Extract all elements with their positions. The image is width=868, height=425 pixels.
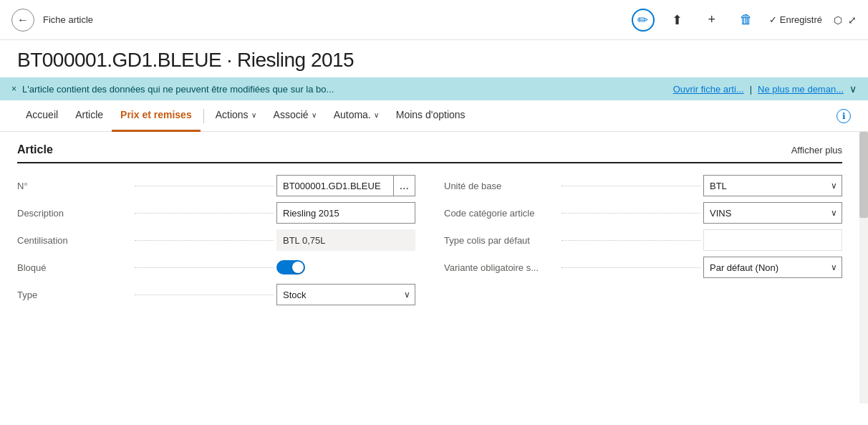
info-button[interactable]: ℹ [836,109,851,123]
banner-link-open[interactable]: Ouvrir fiche arti... [673,84,744,95]
banner-expand-icon[interactable]: ∨ [849,83,857,95]
info-banner: × L'article contient des données qui ne … [0,77,868,100]
tab-prix[interactable]: Prix et remises [112,100,201,132]
section-title: Article [17,143,53,156]
title-area: BT000001.GD1.BLEUE · Riesling 2015 [0,40,868,77]
expand-icons: ⬡ ⤢ [834,14,857,26]
show-more-button[interactable]: Afficher plus [791,145,842,156]
field-row-bloque: Bloqué [17,254,415,281]
colis-empty-field[interactable] [703,229,842,251]
field-label-categorie: Code catégorie article [444,208,559,219]
add-icon: + [708,12,715,27]
edit-icon: ✏ [637,12,648,28]
saved-status: ✓ Enregistré [769,14,822,25]
banner-link-dismiss[interactable]: Ne plus me deman... [758,84,844,95]
tab-associe[interactable]: Associé ∨ [265,100,325,132]
scrollbar[interactable] [859,132,868,403]
add-button[interactable]: + [700,9,723,32]
tab-prix-label: Prix et remises [120,109,192,120]
type-select[interactable]: Stock Service Non-stocké [277,285,400,305]
tab-actions-label: Actions [216,109,249,120]
field-value-description [276,202,415,224]
banner-text: L'article contient des données qui ne pe… [22,84,667,95]
banner-close-button[interactable]: × [11,84,16,94]
top-bar: ← Fiche article ✏ ⬆ + 🗑 ✓ Enregistré ⬡ ⤢ [0,0,868,40]
banner-links: Ouvrir fiche arti... | Ne plus me deman.… [673,83,857,95]
field-value-centilisation [276,229,415,251]
field-row-categorie: Code catégorie article VINS BIÈRES SPIRI… [444,199,842,226]
tab-automa-label: Automa. [334,109,371,120]
page-title: Fiche article [43,14,93,25]
nav-tabs: Accueil Article Prix et remises Actions … [0,100,868,132]
external-link-icon[interactable]: ⬡ [834,14,842,26]
tab-actions[interactable]: Actions ∨ [207,100,265,132]
title-separator: · [226,49,231,71]
tab-moins[interactable]: Moins d'options [387,100,474,132]
variante-chevron-icon: ∨ [826,262,842,272]
categorie-select-wrapper: VINS BIÈRES SPIRITUEUX ∨ [703,202,842,224]
tab-accueil[interactable]: Accueil [17,100,67,132]
expand-icon[interactable]: ⤢ [848,14,857,26]
description-input[interactable] [276,202,415,224]
numero-input[interactable] [276,175,393,196]
field-dots-description [135,213,274,214]
field-row-colis: Type colis par défaut [444,226,842,254]
top-actions: ✏ ⬆ + 🗑 ✓ Enregistré ⬡ ⤢ [632,9,857,32]
scrollbar-thumb[interactable] [859,132,868,218]
tab-actions-chevron-icon: ∨ [251,111,256,119]
back-button[interactable]: ← [11,9,34,32]
content-area: Article Afficher plus N° ... [0,132,859,403]
numero-ellipsis-button[interactable]: ... [393,175,415,196]
field-dots-centilisation [135,240,274,241]
field-label-numero: N° [17,181,132,191]
field-row-description: Description [17,199,415,226]
field-label-unite: Unité de base [444,181,559,191]
edit-button[interactable]: ✏ [632,9,655,32]
field-label-colis: Type colis par défaut [444,235,559,246]
toggle-thumb [292,262,304,273]
field-value-colis [703,229,842,251]
field-row-numero: N° ... [17,172,415,199]
tab-separator [203,109,204,123]
field-dots-colis [561,240,700,241]
delete-button[interactable]: 🗑 [735,9,758,32]
field-label-centilisation: Centilisation [17,235,132,246]
type-chevron-icon: ∨ [400,290,415,300]
field-row-type: Type Stock Service Non-stocké ∨ [17,281,415,308]
field-value-bloque [276,260,415,274]
unite-select[interactable]: BTL KG L [704,176,826,196]
field-value-unite: BTL KG L ∨ [703,175,842,196]
field-value-variante: Par défaut (Non) Oui Non ∨ [703,257,842,278]
type-select-wrapper: Stock Service Non-stocké ∨ [276,284,415,305]
categorie-chevron-icon: ∨ [826,208,842,218]
main-content: Article Afficher plus N° ... [0,132,868,403]
tab-article-label: Article [75,109,103,120]
categorie-select[interactable]: VINS BIÈRES SPIRITUEUX [704,203,826,223]
tab-associe-label: Associé [274,109,309,120]
saved-label: Enregistré [780,14,822,25]
tab-article[interactable]: Article [67,100,112,132]
back-icon: ← [17,14,29,27]
record-title: BT000001.GD1.BLEUE · Riesling 2015 [17,49,851,72]
tab-associe-chevron-icon: ∨ [312,111,317,119]
field-value-numero: ... [276,175,415,196]
field-value-type: Stock Service Non-stocké ∨ [276,284,415,305]
variante-select-wrapper: Par défaut (Non) Oui Non ∨ [703,257,842,278]
field-row-variante: Variante obligatoire s... Par défaut (No… [444,254,842,281]
tab-moins-label: Moins d'options [396,109,466,120]
tab-accueil-label: Accueil [26,109,58,120]
bloque-toggle[interactable] [276,260,415,274]
tab-automa-chevron-icon: ∨ [374,111,379,119]
field-dots-unite [561,186,700,186]
share-button[interactable]: ⬆ [666,9,689,32]
toggle-track[interactable] [276,260,305,274]
banner-divider: | [750,84,752,95]
tab-automa[interactable]: Automa. ∨ [325,100,387,132]
field-dots-numero [135,186,274,186]
section-header: Article Afficher plus [17,143,842,163]
field-dots-categorie [561,213,700,214]
info-icon: ℹ [842,111,846,121]
field-dots-variante [561,267,700,268]
variante-select[interactable]: Par défaut (Non) Oui Non [704,257,826,277]
field-label-bloque: Bloqué [17,262,132,273]
